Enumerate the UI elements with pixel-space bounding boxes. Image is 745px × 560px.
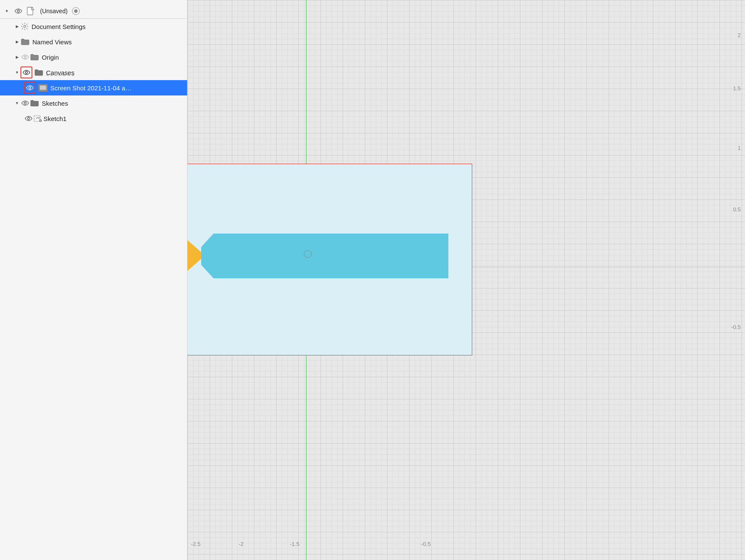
- svg-point-9: [28, 118, 30, 120]
- sketches-folder-icon: [30, 99, 39, 107]
- svg-point-3: [24, 56, 26, 58]
- sketches-arrow[interactable]: [14, 100, 20, 107]
- record-button[interactable]: [72, 7, 80, 15]
- svg-rect-10: [34, 115, 40, 121]
- sketches-eye-icon[interactable]: [20, 98, 30, 108]
- sketch1-eye-icon[interactable]: [24, 114, 33, 123]
- svg-point-8: [24, 102, 26, 104]
- svg-point-5: [29, 87, 31, 89]
- main-canvas[interactable]: 2 1.5 1 0.5 -0.5 -2.5 -2 -1.5 -0.5: [188, 0, 745, 560]
- ruler-label-1: 1: [738, 145, 741, 151]
- doc-settings-arrow[interactable]: [14, 23, 20, 30]
- canvases-arrow[interactable]: [14, 69, 20, 76]
- unsaved-doc-icon: [26, 6, 35, 16]
- svg-point-0: [17, 10, 20, 12]
- canvases-eye-icon[interactable]: [22, 68, 31, 77]
- canvases-folder-icon: [34, 69, 43, 76]
- sidebar-item-named-views[interactable]: Named Views: [0, 34, 187, 49]
- unsaved-title: (Unsaved): [40, 8, 68, 14]
- unsaved-header[interactable]: (Unsaved): [0, 3, 187, 19]
- sidebar: (Unsaved) Document Settings Named Views: [0, 0, 188, 560]
- screenshot-eye-highlight[interactable]: [24, 82, 36, 94]
- sketches-label: Sketches: [42, 100, 68, 107]
- origin-eye-icon[interactable]: [20, 52, 30, 62]
- sketch1-label: Sketch1: [43, 115, 66, 122]
- sidebar-item-sketch1[interactable]: Sketch1: [0, 111, 187, 126]
- ruler-label-neg-1-5: -1.5: [290, 541, 299, 547]
- sidebar-item-origin[interactable]: Origin: [0, 49, 187, 65]
- origin-arrow[interactable]: [14, 54, 20, 61]
- ruler-label-1-5: 1.5: [733, 85, 741, 92]
- svg-point-2: [24, 26, 26, 28]
- doc-settings-label: Document Settings: [32, 23, 86, 30]
- gear-icon: [20, 22, 29, 31]
- named-views-folder-icon: [20, 38, 30, 46]
- unsaved-arrow[interactable]: [3, 8, 10, 14]
- named-views-label: Named Views: [32, 38, 72, 46]
- svg-point-4: [26, 72, 28, 74]
- sidebar-item-canvases[interactable]: Canvases: [0, 65, 187, 80]
- ruler-label-2: 2: [738, 32, 741, 38]
- screenshot-eye-icon[interactable]: [25, 83, 35, 92]
- pencil-body-shape: [201, 234, 448, 278]
- screenshot-label: Screen Shot 2021-11-04 a…: [50, 84, 132, 92]
- ruler-label-neg-2-5: -2.5: [191, 541, 200, 547]
- sidebar-item-screenshot[interactable]: Screen Shot 2021-11-04 a…: [0, 80, 187, 95]
- sidebar-item-sketches[interactable]: Sketches: [0, 95, 187, 111]
- ruler-label-0-5: 0.5: [733, 206, 741, 213]
- canvases-eye-highlight[interactable]: [20, 66, 32, 78]
- canvases-label: Canvases: [46, 69, 75, 76]
- unsaved-eye-icon[interactable]: [14, 6, 23, 16]
- svg-rect-7: [40, 86, 46, 89]
- selection-rectangle[interactable]: [188, 164, 472, 355]
- named-views-arrow[interactable]: [14, 38, 20, 45]
- sketch1-icon: [33, 114, 43, 123]
- ruler-label-neg-0-5-h: -0.5: [421, 541, 430, 547]
- move-handle[interactable]: [304, 250, 312, 258]
- origin-folder-icon: [30, 53, 39, 61]
- origin-label: Origin: [42, 54, 59, 61]
- screenshot-canvas-icon: [38, 84, 48, 92]
- ruler-label-neg-0-5: -0.5: [731, 324, 741, 330]
- sidebar-item-document-settings[interactable]: Document Settings: [0, 19, 187, 34]
- ruler-label-neg-2: -2: [239, 541, 244, 547]
